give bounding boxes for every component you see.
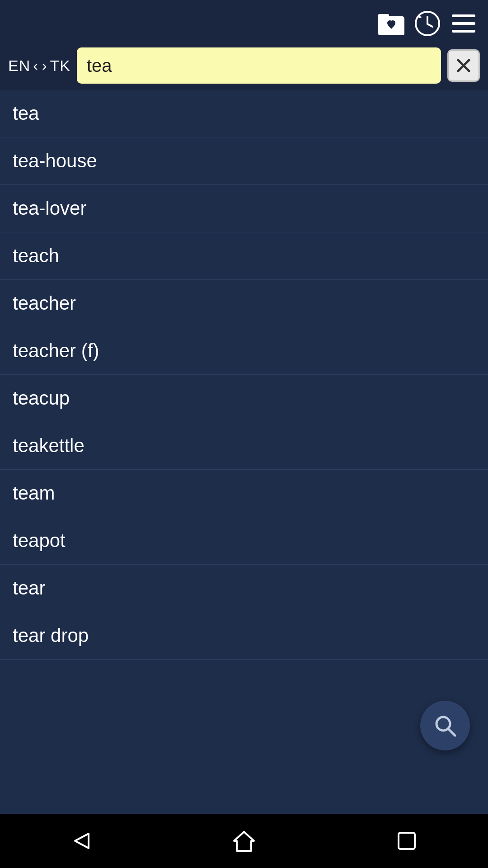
list-item[interactable]: tea-lover <box>0 185 488 232</box>
list-item[interactable]: teacher (f) <box>0 327 488 375</box>
svg-line-11 <box>448 729 455 736</box>
recents-button[interactable] <box>389 823 425 859</box>
search-input-wrapper <box>77 47 441 84</box>
language-selector[interactable]: EN ‹ › TK <box>8 57 70 75</box>
main-content: tea tea-house tea-lover teach teacher te… <box>0 90 488 814</box>
search-fab-button[interactable] <box>420 701 470 750</box>
svg-rect-5 <box>452 14 475 17</box>
svg-rect-6 <box>452 22 475 25</box>
lang-arrow-right: › <box>42 57 47 74</box>
lang-from: EN <box>8 57 30 75</box>
list-item[interactable]: teakettle <box>0 422 488 470</box>
bottom-nav <box>0 814 488 868</box>
lang-arrow-left: ‹ <box>33 57 38 74</box>
home-button[interactable] <box>226 823 262 859</box>
list-item[interactable]: tea-house <box>0 137 488 185</box>
list-item[interactable]: tea <box>0 90 488 137</box>
word-list: tea tea-house tea-lover teach teacher te… <box>0 90 488 814</box>
svg-marker-12 <box>75 834 89 848</box>
svg-marker-13 <box>234 832 254 851</box>
list-item[interactable]: teapot <box>0 517 488 565</box>
menu-button[interactable] <box>450 10 477 37</box>
history-button[interactable] <box>414 10 441 37</box>
list-item[interactable]: tear drop <box>0 612 488 660</box>
back-button[interactable] <box>63 823 99 859</box>
list-item[interactable]: tear <box>0 565 488 612</box>
search-row: EN ‹ › TK <box>0 43 488 90</box>
list-item[interactable]: teacup <box>0 375 488 422</box>
svg-rect-14 <box>399 833 415 849</box>
top-bar <box>0 0 488 43</box>
favorites-button[interactable] <box>378 10 405 37</box>
search-input[interactable] <box>77 47 441 84</box>
svg-rect-7 <box>452 30 475 33</box>
list-item[interactable]: teacher <box>0 280 488 327</box>
clear-button[interactable] <box>447 49 480 82</box>
list-item[interactable]: team <box>0 470 488 517</box>
list-item[interactable]: teach <box>0 232 488 280</box>
lang-to: TK <box>50 57 70 75</box>
